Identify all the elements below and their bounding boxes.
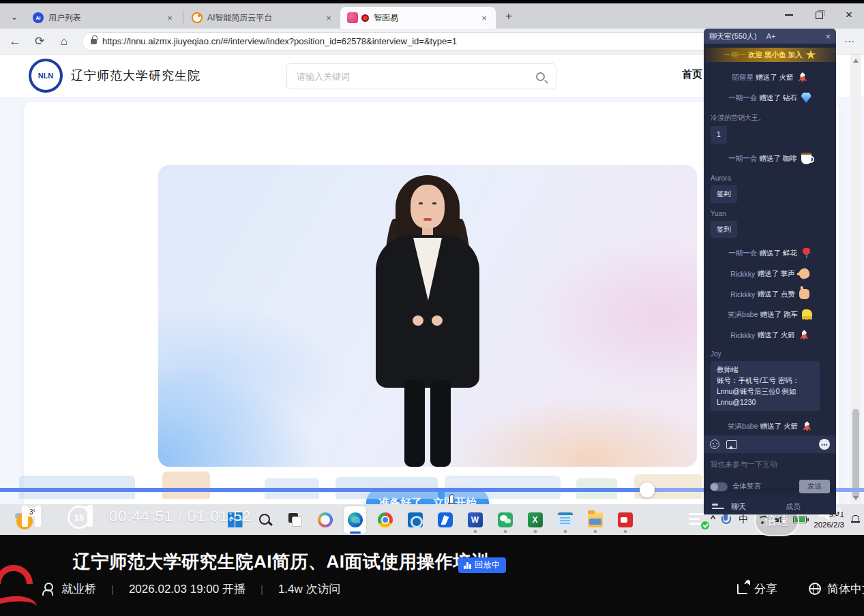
chat-bottom-tabs: 聊天 成员 [704, 498, 836, 514]
welcome-star-icon [805, 50, 816, 60]
close-button[interactable]: × [834, 3, 864, 27]
chat-message: Aurora签到 [711, 174, 836, 203]
word-taskbar-item[interactable] [467, 508, 483, 532]
search-icon [258, 512, 273, 527]
folder-taskbar-item[interactable] [587, 508, 603, 532]
taskview-taskbar-item[interactable] [287, 508, 303, 532]
image-icon[interactable] [726, 440, 737, 449]
tray-expand-icon[interactable]: ^ [711, 513, 716, 523]
search-input[interactable] [297, 72, 536, 82]
gift-user: 一期一会 [728, 249, 757, 258]
visit-count: 1.4w 次访问 [278, 581, 341, 597]
scroll-down-icon[interactable] [853, 496, 859, 500]
gift-rocket-icon [797, 72, 807, 82]
ai-resume-favicon [192, 12, 203, 23]
restore-button[interactable] [804, 3, 834, 27]
chrome-taskbar-item[interactable] [377, 508, 393, 532]
browser-tabbar: ⌄ 用户列表 × AI智能简历云平台 × 智面易 × + × [0, 3, 864, 29]
site-name: 辽宁师范大学研究生院 [71, 67, 200, 84]
zhimianyi-favicon [347, 12, 358, 23]
mute-all-toggle[interactable] [710, 482, 728, 491]
gift-message: 一期一会赠送了 咖啡 [704, 154, 836, 164]
share-button[interactable]: 分享 [754, 581, 777, 597]
seekbar-handle[interactable] [640, 482, 655, 497]
gift-user: Rickkky [730, 290, 755, 298]
tab-chat[interactable]: 聊天 [731, 502, 746, 512]
refresh-icon[interactable]: ⟳ [30, 32, 49, 51]
tab-close-icon[interactable]: × [478, 12, 490, 24]
emoji-icon[interactable] [710, 440, 719, 449]
new-tab-button[interactable]: + [500, 7, 518, 25]
search-taskbar-item[interactable] [257, 508, 273, 532]
tab-close-icon[interactable]: × [164, 12, 176, 24]
chat-more-icon[interactable]: ⋯ [819, 439, 830, 450]
gift-message: Rickkky赠送了 掌声 [704, 268, 836, 279]
running-indicator [563, 530, 567, 533]
presenter-avatar [359, 175, 496, 467]
scrollbar-thumb[interactable] [852, 409, 859, 499]
chat-input[interactable] [710, 460, 830, 468]
chat-messages: 一期一 欢迎 黑小鱼 加入 陌留星赠送了 火箭一期一会赠送了 钻石冷漠的营销大王… [704, 44, 836, 435]
gift-car-icon [802, 309, 812, 320]
copilot-icon [318, 512, 333, 527]
notepad-taskbar-item[interactable] [557, 508, 573, 532]
chat-username: Yuan [711, 210, 836, 217]
send-button[interactable]: 发送 [799, 480, 830, 493]
home-icon[interactable]: ⌂ [55, 32, 74, 51]
replay-bars-icon [464, 562, 471, 569]
recorder-icon [618, 512, 633, 527]
ime-indicator[interactable]: 中 [739, 514, 748, 526]
running-indicator [473, 530, 477, 533]
site-search-box[interactable] [286, 63, 556, 89]
chat-message: Joy教师端 账号：手机号/工号 密码：Lnnu@账号后三位0 例如Lnnu@1… [711, 350, 836, 411]
outlook-icon [408, 512, 423, 527]
search-icon[interactable] [536, 72, 545, 81]
live-footer: 辽宁师范大学研究生院AI简历、AI面试使用操作培训 回放中 就业桥 | 2026… [0, 535, 864, 616]
share-icon[interactable] [737, 583, 748, 594]
page-scrollbar[interactable] [850, 55, 861, 504]
nav-home-link[interactable]: 首页 [682, 68, 702, 81]
scroll-up-icon[interactable] [853, 59, 859, 63]
chat-send-row: 全体禁言 发送 [704, 475, 836, 498]
tab-close-icon[interactable]: × [323, 12, 335, 24]
channel-name[interactable]: 就业桥 [61, 581, 96, 597]
language-button[interactable]: 简体中文 [827, 581, 864, 597]
running-indicator [623, 530, 627, 533]
mute-all-label: 全体禁言 [732, 482, 761, 491]
chat-bubble: 1 [711, 126, 727, 144]
tab-separator [183, 12, 183, 24]
player-pause-button[interactable] [22, 506, 41, 527]
tab-search-chevron-icon[interactable]: ⌄ [4, 6, 25, 27]
gift-user: 一期一会 [728, 93, 757, 103]
tab-zhimianyi[interactable]: 智面易 × [340, 7, 496, 29]
edge-taskbar-item[interactable] [347, 508, 363, 532]
globe-icon[interactable] [809, 583, 821, 595]
docs-taskbar-item[interactable] [437, 508, 453, 532]
window-controls: × [774, 3, 864, 27]
notification-bell-icon[interactable] [851, 515, 860, 525]
excel-taskbar-item[interactable] [527, 508, 543, 532]
outlook-taskbar-item[interactable] [407, 508, 423, 532]
tab-title: AI智能简历云平台 [207, 12, 323, 24]
tab-user-list[interactable]: 用户列表 × [26, 7, 181, 29]
notepad-icon [558, 512, 573, 527]
taskbar-apps [227, 508, 633, 532]
folder-icon [588, 512, 603, 527]
browser-menu-icon[interactable]: ⋯ [841, 35, 859, 48]
wechat-taskbar-item[interactable] [497, 508, 513, 532]
minimize-button[interactable] [774, 3, 804, 27]
microphone-icon[interactable] [721, 513, 730, 527]
recorder-taskbar-item[interactable] [617, 508, 633, 532]
chrome-icon [378, 512, 393, 527]
gift-message: 陌留星赠送了 火箭 [704, 72, 836, 82]
running-indicator [593, 530, 597, 533]
chat-close-icon[interactable]: × [825, 31, 831, 42]
chat-fontsize-button[interactable]: A+ [766, 32, 776, 40]
tab-members[interactable]: 成员 [786, 502, 801, 512]
screen: ⌄ 用户列表 × AI智能简历云平台 × 智面易 × + × ← ⟳ ⌂ [0, 0, 864, 616]
back-icon[interactable]: ← [5, 32, 25, 51]
chat-tab-icon [712, 504, 726, 509]
gift-user: 陌留星 [732, 73, 754, 82]
tab-ai-resume[interactable]: AI智能简历云平台 × [185, 7, 340, 29]
copilot-taskbar-item[interactable] [317, 508, 333, 532]
